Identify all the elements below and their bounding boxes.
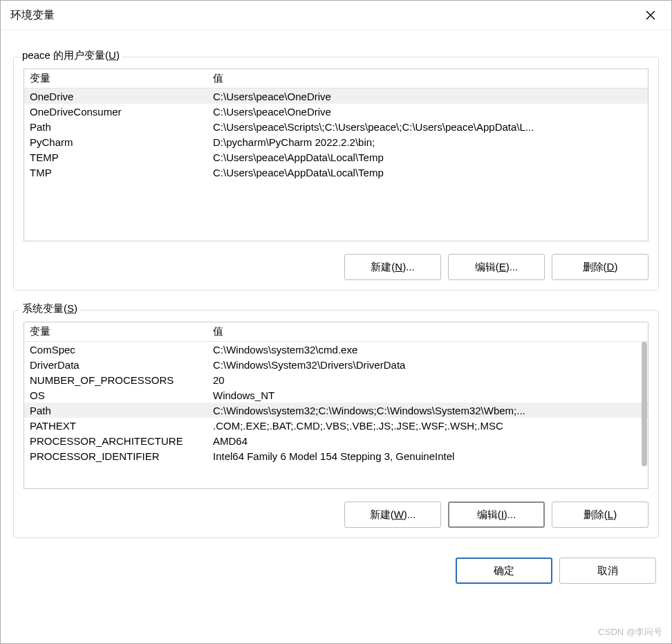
table-row[interactable]: OneDriveC:\Users\peace\OneDrive: [24, 89, 648, 104]
table-row[interactable]: PROCESSOR_ARCHITECTUREAMD64: [24, 433, 648, 448]
col-header-value[interactable]: 值: [207, 69, 648, 89]
var-value-cell: C:\Windows\System32\Drivers\DriverData: [207, 357, 648, 372]
system-edit-button[interactable]: 编辑(I)...: [448, 502, 545, 528]
var-name-cell: NUMBER_OF_PROCESSORS: [24, 372, 207, 387]
user-vars-label: peace 的用户变量(U): [19, 49, 122, 62]
var-name-cell: TMP: [24, 165, 207, 180]
var-name-cell: PROCESSOR_ARCHITECTURE: [24, 433, 207, 448]
system-vars-buttons: 新建(W)... 编辑(I)... 删除(L): [24, 502, 648, 528]
table-row[interactable]: PyCharmD:\pycharm\PyCharm 2022.2.2\bin;: [24, 134, 648, 149]
var-name-cell: PyCharm: [24, 134, 207, 149]
user-vars-buttons: 新建(N)... 编辑(E)... 删除(D): [24, 254, 648, 280]
var-name-cell: OneDrive: [24, 89, 207, 104]
var-value-cell: AMD64: [207, 433, 648, 448]
col-header-name[interactable]: 变量: [24, 69, 207, 89]
system-vars-table-wrap: 变量 值 ComSpecC:\Windows\system32\cmd.exeD…: [24, 322, 648, 489]
dialog-content: peace 的用户变量(U) 变量 值 OneDriveC:\Users\pea…: [1, 30, 671, 643]
var-value-cell: C:\Users\peace\OneDrive: [207, 104, 648, 119]
var-value-cell: C:\Windows\system32\cmd.exe: [207, 342, 648, 358]
col-header-name[interactable]: 变量: [24, 322, 207, 342]
var-value-cell: D:\pycharm\PyCharm 2022.2.2\bin;: [207, 134, 648, 149]
var-value-cell: C:\Windows\system32;C:\Windows;C:\Window…: [207, 403, 648, 418]
var-value-cell: .COM;.EXE;.BAT;.CMD;.VBS;.VBE;.JS;.JSE;.…: [207, 418, 648, 433]
var-name-cell: ComSpec: [24, 342, 207, 358]
var-value-cell: C:\Users\peace\OneDrive: [207, 89, 648, 104]
user-vars-group: peace 的用户变量(U) 变量 值 OneDriveC:\Users\pea…: [13, 57, 659, 291]
var-value-cell: 20: [207, 372, 648, 387]
cancel-button[interactable]: 取消: [559, 558, 656, 584]
close-icon: [645, 10, 656, 21]
user-delete-button[interactable]: 删除(D): [552, 254, 648, 280]
var-name-cell: Path: [24, 119, 207, 134]
table-row[interactable]: DriverDataC:\Windows\System32\Drivers\Dr…: [24, 357, 648, 372]
user-new-button[interactable]: 新建(N)...: [344, 254, 441, 280]
var-name-cell: PATHEXT: [24, 418, 207, 433]
var-name-cell: OneDriveConsumer: [24, 104, 207, 119]
var-value-cell: Windows_NT: [207, 387, 648, 403]
system-vars-table[interactable]: 变量 值 ComSpecC:\Windows\system32\cmd.exeD…: [24, 322, 648, 463]
user-edit-button[interactable]: 编辑(E)...: [448, 254, 545, 280]
system-vars-group: 系统变量(S) 变量 值 ComSpecC:\Windows\system32\…: [13, 310, 659, 538]
table-row[interactable]: OSWindows_NT: [24, 387, 648, 403]
user-vars-table-wrap: 变量 值 OneDriveC:\Users\peace\OneDriveOneD…: [24, 68, 648, 241]
scrollbar-thumb[interactable]: [642, 342, 647, 466]
var-name-cell: OS: [24, 387, 207, 403]
table-row[interactable]: TMPC:\Users\peace\AppData\Local\Temp: [24, 165, 648, 180]
var-name-cell: Path: [24, 403, 207, 418]
var-name-cell: TEMP: [24, 149, 207, 165]
system-delete-button[interactable]: 删除(L): [552, 502, 648, 528]
table-header-row[interactable]: 变量 值: [24, 69, 648, 89]
table-row[interactable]: TEMPC:\Users\peace\AppData\Local\Temp: [24, 149, 648, 165]
var-value-cell: Intel64 Family 6 Model 154 Stepping 3, G…: [207, 448, 648, 463]
titlebar: 环境变量: [1, 1, 671, 30]
table-row[interactable]: PROCESSOR_IDENTIFIERIntel64 Family 6 Mod…: [24, 448, 648, 463]
env-vars-dialog: 环境变量 peace 的用户变量(U) 变量 值 OneDr: [0, 0, 672, 644]
table-row[interactable]: OneDriveConsumerC:\Users\peace\OneDrive: [24, 104, 648, 119]
var-name-cell: PROCESSOR_IDENTIFIER: [24, 448, 207, 463]
table-row[interactable]: PathC:\Windows\system32;C:\Windows;C:\Wi…: [24, 403, 648, 418]
system-vars-label: 系统变量(S): [19, 302, 80, 315]
var-value-cell: C:\Users\peace\AppData\Local\Temp: [207, 149, 648, 165]
system-new-button[interactable]: 新建(W)...: [344, 502, 441, 528]
var-value-cell: C:\Users\peace\Scripts\;C:\Users\peace\;…: [207, 119, 648, 134]
var-name-cell: DriverData: [24, 357, 207, 372]
var-value-cell: C:\Users\peace\AppData\Local\Temp: [207, 165, 648, 180]
table-header-row[interactable]: 变量 值: [24, 322, 648, 342]
table-row[interactable]: ComSpecC:\Windows\system32\cmd.exe: [24, 342, 648, 358]
close-button[interactable]: [637, 5, 664, 26]
system-scrollbar[interactable]: [637, 342, 647, 488]
user-vars-table[interactable]: 变量 值 OneDriveC:\Users\peace\OneDriveOneD…: [24, 69, 648, 180]
ok-button[interactable]: 确定: [456, 558, 552, 584]
dialog-title: 环境变量: [10, 8, 55, 23]
dialog-action-buttons: 确定 取消: [13, 538, 659, 589]
col-header-value[interactable]: 值: [207, 322, 648, 342]
table-row[interactable]: PathC:\Users\peace\Scripts\;C:\Users\pea…: [24, 119, 648, 134]
table-row[interactable]: PATHEXT.COM;.EXE;.BAT;.CMD;.VBS;.VBE;.JS…: [24, 418, 648, 433]
table-row[interactable]: NUMBER_OF_PROCESSORS20: [24, 372, 648, 387]
